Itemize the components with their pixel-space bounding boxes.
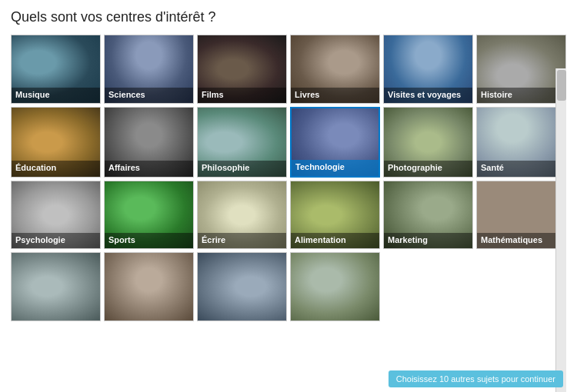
topic-card-livres[interactable]: Livres xyxy=(290,35,380,104)
topic-label-histoire: Histoire xyxy=(477,88,565,103)
topic-label-affaires: Affaires xyxy=(105,161,193,176)
topic-label-sports: Sports xyxy=(105,233,193,248)
topics-grid: MusiqueSciencesFilmsLivresVisites et voy… xyxy=(11,35,566,321)
topic-label-musique: Musique xyxy=(12,88,100,103)
topic-card-psychologie[interactable]: Psychologie xyxy=(11,181,101,250)
topic-label-technologie: Technologie xyxy=(292,160,379,175)
topic-card-sante[interactable]: Santé xyxy=(476,107,566,178)
topic-card-sciences[interactable]: Sciences xyxy=(104,35,194,104)
topic-card-partial4[interactable] xyxy=(290,252,380,321)
topic-label-films: Films xyxy=(198,88,286,103)
topic-label-sciences: Sciences xyxy=(105,88,193,103)
topic-card-partial1[interactable] xyxy=(11,252,101,321)
topic-label-ecrire: Écrire xyxy=(198,233,286,248)
page-container: Quels sont vos centres d'intérêt ? Musiq… xyxy=(0,0,577,392)
page-title: Quels sont vos centres d'intérêt ? xyxy=(11,9,566,25)
topic-card-films[interactable]: Films xyxy=(197,35,287,104)
topic-card-mathematiques[interactable]: Mathématiques xyxy=(476,181,566,250)
topic-card-photographie[interactable]: Photographie xyxy=(383,107,473,178)
topic-bg-partial1 xyxy=(12,253,100,321)
topic-label-philosophie: Philosophie xyxy=(198,161,286,176)
topic-card-ecrire[interactable]: Écrire xyxy=(197,181,287,250)
empty-cell xyxy=(383,252,473,321)
topic-label-education: Éducation xyxy=(12,161,100,176)
topic-card-histoire[interactable]: Histoire xyxy=(476,35,566,104)
topic-card-education[interactable]: Éducation xyxy=(11,107,101,178)
topic-label-photographie: Photographie xyxy=(384,161,472,176)
topic-label-alimentation: Alimentation xyxy=(291,233,379,248)
topic-card-partial2[interactable] xyxy=(104,252,194,321)
topic-card-musique[interactable]: Musique xyxy=(11,35,101,104)
topic-card-partial3[interactable] xyxy=(197,252,287,321)
topic-label-mathematiques: Mathématiques xyxy=(477,233,565,248)
topic-bg-partial3 xyxy=(198,253,286,321)
topic-card-affaires[interactable]: Affaires xyxy=(104,107,194,178)
scrollbar-track[interactable] xyxy=(555,68,566,392)
topic-label-livres: Livres xyxy=(291,88,379,103)
cta-bar: Choisissez 10 autres sujets pour continu… xyxy=(389,370,563,387)
topic-card-philosophie[interactable]: Philosophie xyxy=(197,107,287,178)
topic-bg-partial2 xyxy=(105,253,193,321)
topic-card-marketing[interactable]: Marketing xyxy=(383,181,473,250)
scrollbar-thumb[interactable] xyxy=(557,70,566,101)
topic-card-sports[interactable]: Sports xyxy=(104,181,194,250)
topic-label-marketing: Marketing xyxy=(384,233,472,248)
topic-card-technologie[interactable]: Technologie xyxy=(290,107,380,178)
scrollbar-spacer xyxy=(476,252,566,321)
topic-card-visites[interactable]: Visites et voyages xyxy=(383,35,473,104)
topic-label-psychologie: Psychologie xyxy=(12,233,100,248)
topic-card-alimentation[interactable]: Alimentation xyxy=(290,181,380,250)
topic-bg-partial4 xyxy=(291,253,379,321)
topic-label-visites: Visites et voyages xyxy=(384,88,472,103)
topic-label-sante: Santé xyxy=(477,161,565,176)
